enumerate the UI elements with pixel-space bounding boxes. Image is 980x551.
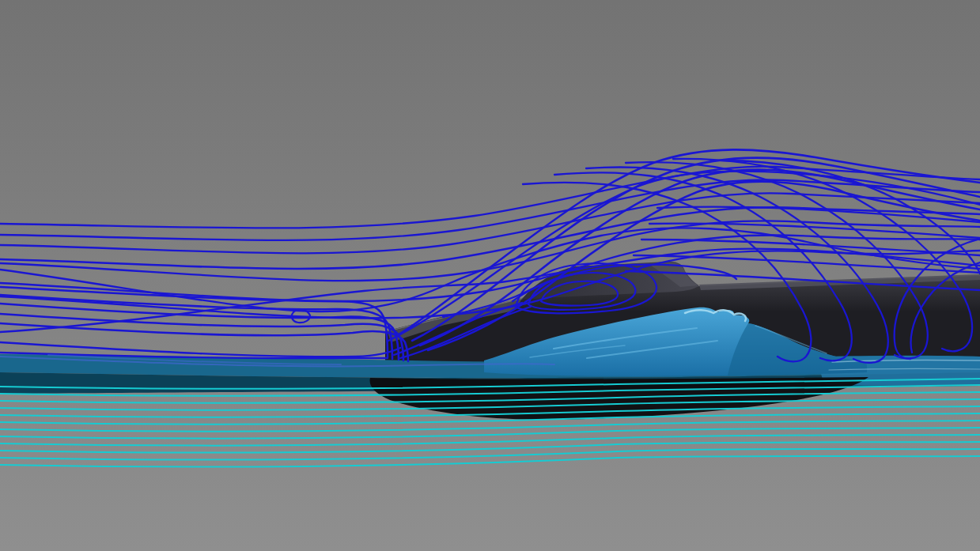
cfd-scene — [0, 0, 980, 551]
gradient-background — [0, 0, 980, 551]
cfd-visualization-canvas — [0, 0, 980, 551]
